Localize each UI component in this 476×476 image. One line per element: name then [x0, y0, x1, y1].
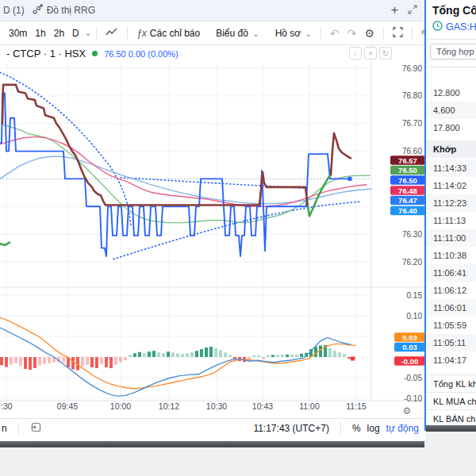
trade-time-row[interactable]: 11:04:17 — [426, 351, 476, 369]
time-axis-label: 10:12 — [159, 401, 179, 411]
svg-text:0.03: 0.03 — [402, 343, 417, 351]
chart-bottom-bar: n 11:17:43 (UTC+7) % log tự động — [0, 418, 425, 438]
svg-text:-0.05: -0.05 — [404, 374, 422, 382]
auto-scale-button[interactable]: tự động — [386, 423, 419, 434]
time-axis-label: 10:30 — [206, 401, 227, 411]
top-tab-bar: D (1) Đồ thị RRG + — [0, 0, 425, 21]
expand-icon[interactable] — [408, 3, 417, 17]
level-value: 17.800 — [433, 123, 460, 132]
chart-type-line-icon[interactable] — [102, 25, 122, 41]
trade-time-row[interactable]: 11:11:13 — [426, 212, 476, 229]
interval-d-button[interactable]: D — [68, 26, 83, 40]
trade-time-row[interactable]: 11:06:41 — [426, 264, 476, 282]
percent-scale-button[interactable]: % — [352, 423, 361, 434]
trade-time-row[interactable]: 11:05:59 — [426, 317, 476, 334]
trade-time-row[interactable]: 11:11:00 — [426, 229, 476, 247]
price-chart[interactable]: 76.9076.8076.7076.6076.3076.200.150.10-0… — [0, 44, 425, 417]
trade-time-row[interactable]: 11:14:33 — [426, 159, 476, 177]
svg-text:76.48: 76.48 — [398, 186, 417, 195]
level-row[interactable]: 12.800 — [426, 84, 476, 102]
svg-text:76.50: 76.50 — [398, 176, 417, 185]
toolbar-separator — [321, 27, 321, 40]
trade-time-row[interactable]: 11:14:02 — [426, 177, 476, 194]
pane-close-icon[interactable]: × — [364, 47, 377, 60]
log-scale-button[interactable]: log — [367, 423, 380, 434]
divider — [426, 67, 476, 67]
total-matched-label: Tổng KL khớp — [433, 379, 476, 389]
toolbar-separator — [412, 27, 413, 40]
time-axis-label: 09:45 — [57, 401, 78, 411]
add-tab-button[interactable]: + — [391, 3, 398, 17]
svg-text:76.57: 76.57 — [398, 156, 417, 165]
clock-label[interactable]: 11:17:43 (UTC+7) — [253, 423, 329, 434]
symbol-ticker: GAS:HS — [446, 21, 476, 33]
rrg-icon — [33, 4, 43, 17]
range-button[interactable]: n — [2, 423, 7, 434]
svg-text:-0.00: -0.00 — [401, 357, 419, 366]
trade-time-row[interactable]: 11:12:23 — [426, 194, 476, 212]
symbol-legend: - CTCP · 1 · HSX 76.50 0.00 (0.00%) — [6, 48, 178, 60]
svg-text:0.15: 0.15 — [407, 291, 423, 300]
profile-button[interactable]: Hồ sơ ⌄ — [271, 26, 316, 40]
svg-text:76.70: 76.70 — [402, 119, 422, 128]
svg-text:-0.10: -0.10 — [404, 394, 422, 403]
interval-1h-button[interactable]: 1h — [31, 26, 49, 40]
layout-label: Biểu đồ — [216, 28, 248, 39]
svg-text:76.20: 76.20 — [402, 258, 422, 267]
interval-2h-button[interactable]: 2h — [50, 26, 68, 40]
chart-window: D (1) Đồ thị RRG + 30m 1h 2h D ⌄ — [0, 0, 425, 441]
total-matched-row: Tổng KL khớp — [426, 374, 476, 392]
layout-button[interactable]: Biểu đồ ⌄ — [212, 26, 263, 40]
matched-header-label: Khớp — [433, 144, 456, 154]
trade-time-row[interactable]: 11:06:12 — [426, 282, 476, 299]
level-value: 4.600 — [433, 106, 455, 115]
rrg-chart-tab[interactable]: Đồ thị RRG — [47, 5, 95, 16]
toolbar-separator — [383, 27, 384, 40]
level-row[interactable]: 4.600 — [426, 102, 476, 119]
toolbar-separator — [18, 422, 19, 435]
interval-chevron-down-icon[interactable]: ⌄ — [85, 29, 91, 37]
svg-text:76.47: 76.47 — [398, 196, 417, 205]
time-axis-label: 11:15 — [346, 401, 367, 411]
active-buy-row: KL MUA chủ đ — [426, 392, 476, 409]
trade-time-row[interactable]: 11:05:11 — [426, 334, 476, 351]
trade-time-row[interactable]: 11:10:38 — [426, 247, 476, 264]
chart-window-scrollbar[interactable] — [0, 441, 424, 447]
pane-collapse-icon[interactable]: ↓ — [349, 47, 362, 60]
svg-text:76.60: 76.60 — [402, 147, 422, 155]
go-to-date-icon[interactable] — [30, 422, 41, 435]
settings-gear-icon[interactable]: ⚙ — [360, 25, 378, 41]
trade-time-row[interactable]: 11:06:01 — [426, 299, 476, 317]
indicators-button[interactable]: ƒx Các chỉ báo — [132, 26, 204, 40]
interval-tab[interactable]: D (1) — [3, 5, 25, 16]
divider — [426, 39, 476, 40]
toolbar-separator — [127, 27, 128, 40]
sidebar-scrollbar[interactable] — [426, 425, 476, 432]
pane-restore-icon[interactable]: ↻ — [379, 47, 392, 60]
matched-trades-header: Khớp — [426, 140, 476, 158]
undo-icon[interactable]: ↶ — [326, 25, 344, 41]
exchange-status-icon — [432, 21, 443, 33]
last-quote: 76.50 0.00 (0.00%) — [104, 49, 178, 59]
time-axis-label: 10:00 — [110, 401, 131, 411]
fullscreen-icon[interactable] — [389, 25, 407, 41]
level-row[interactable]: 17.800 — [426, 119, 476, 136]
trade-time-list: 11:14:3311:14:0211:12:2311:11:1311:11:00… — [426, 159, 476, 369]
time-axis-label: :30 — [1, 401, 13, 411]
toolbar-separator — [96, 27, 97, 40]
svg-text:0.03: 0.03 — [402, 333, 417, 342]
panel-splitter[interactable] — [424, 0, 426, 431]
active-buy-label: KL MUA chủ đ — [433, 397, 476, 406]
interval-30m-button[interactable]: 30m — [5, 26, 31, 40]
redo-icon[interactable]: ↷ — [344, 25, 361, 41]
indicators-label: Các chỉ báo — [150, 28, 200, 39]
market-status-dot-icon — [92, 51, 98, 56]
main-toolbar: 30m 1h 2h D ⌄ ƒx Các chỉ báo Biểu đồ ⌄ H… — [0, 21, 425, 45]
symbol-name[interactable]: - CTCP · 1 · HSX — [6, 48, 86, 60]
svg-text:76.30: 76.30 — [402, 230, 422, 239]
watchlist-panel: Tổng Công GAS:HS Tổng hợp 12.800 4.600 1… — [426, 0, 476, 425]
toolbar-separator — [340, 422, 341, 435]
symbol-link[interactable]: GAS:HS — [432, 21, 476, 33]
tab-tong-hop[interactable]: Tổng hợp — [430, 44, 476, 60]
svg-text:76.90: 76.90 — [402, 64, 422, 73]
